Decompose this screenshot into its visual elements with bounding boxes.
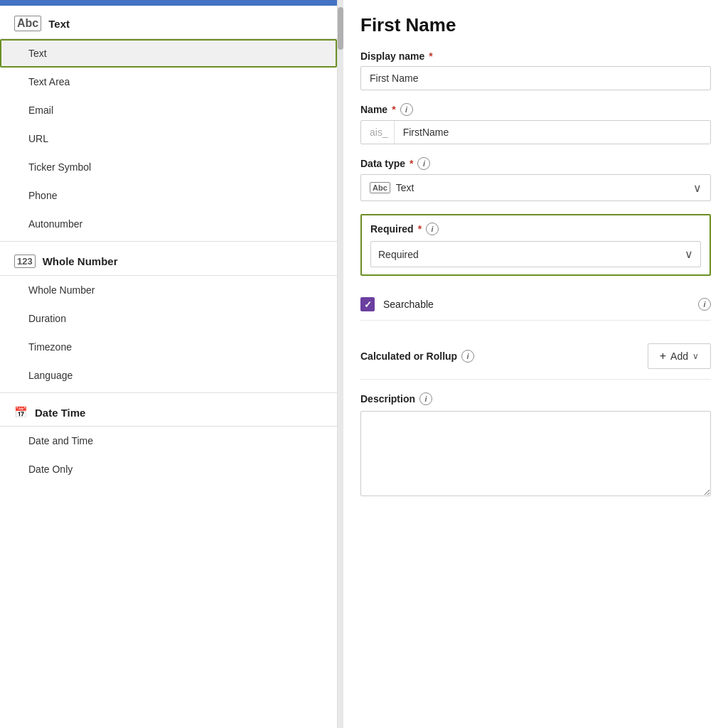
whole-number-section-icon: 123	[14, 255, 36, 268]
page-title: First Name	[360, 14, 711, 36]
left-panel: Abc Text Text Text Area Email URL Ticker…	[0, 0, 338, 728]
description-label: Description i	[360, 392, 711, 405]
divider-1	[0, 241, 337, 242]
list-item-date-and-time[interactable]: Date and Time	[0, 427, 337, 455]
data-type-label: Data type * i	[360, 157, 711, 170]
list-item-duration[interactable]: Duration	[0, 304, 337, 333]
section-whole-number: 123 Whole Number	[0, 245, 337, 276]
list-item-whole-number[interactable]: Whole Number	[0, 276, 337, 304]
right-panel: First Name Display name * Name * i ais_ …	[343, 0, 728, 728]
data-type-chevron-icon: ∨	[693, 181, 702, 195]
searchable-info-icon[interactable]: i	[698, 298, 711, 311]
date-time-section-icon: 📅	[14, 406, 28, 419]
required-value: Required	[378, 249, 419, 260]
name-required-star: *	[392, 104, 395, 115]
list-item-email[interactable]: Email	[0, 96, 337, 124]
plus-icon: +	[660, 350, 666, 363]
add-chevron-icon: ∨	[692, 351, 699, 361]
scroll-indicator[interactable]	[338, 0, 343, 728]
required-required-star: *	[418, 223, 422, 235]
data-type-value-wrapper: Abc Text	[370, 182, 414, 193]
searchable-row: ✓ Searchable i	[360, 289, 711, 321]
display-name-input[interactable]	[360, 66, 711, 90]
description-info-icon[interactable]: i	[419, 392, 432, 405]
display-name-label: Display name *	[360, 50, 711, 62]
required-group: Required * i Required ∨	[360, 214, 711, 276]
list-item-timezone[interactable]: Timezone	[0, 333, 337, 361]
list-item-ticker-symbol[interactable]: Ticker Symbol	[0, 153, 337, 181]
name-group: Name * i ais_	[360, 103, 711, 144]
text-section-label: Text	[48, 18, 70, 30]
description-textarea[interactable]	[360, 411, 711, 496]
name-info-icon[interactable]: i	[400, 103, 413, 116]
calculated-info-icon[interactable]: i	[461, 350, 474, 363]
display-name-required-star: *	[429, 50, 432, 62]
list-item-text-area[interactable]: Text Area	[0, 68, 337, 96]
list-item-url[interactable]: URL	[0, 124, 337, 153]
whole-number-section-label: Whole Number	[43, 255, 118, 267]
name-input-wrapper: ais_	[360, 120, 711, 144]
data-type-info-icon[interactable]: i	[417, 157, 430, 170]
checkmark-icon: ✓	[364, 299, 372, 310]
calculated-row: Calculated or Rollup i + Add ∨	[360, 333, 711, 380]
data-type-abc-icon: Abc	[370, 182, 390, 193]
name-prefix: ais_	[361, 121, 395, 144]
data-type-group: Data type * i Abc Text ∨	[360, 157, 711, 201]
required-chevron-icon: ∨	[685, 247, 693, 261]
data-type-required-star: *	[410, 158, 413, 169]
list-item-language[interactable]: Language	[0, 361, 337, 390]
text-section-icon: Abc	[14, 16, 41, 31]
display-name-group: Display name *	[360, 50, 711, 90]
description-group: Description i	[360, 392, 711, 498]
add-button[interactable]: + Add ∨	[648, 343, 711, 369]
searchable-checkbox[interactable]: ✓	[360, 297, 375, 311]
top-bar	[0, 0, 337, 6]
section-text: Abc Text	[0, 6, 337, 39]
list-item-date-only[interactable]: Date Only	[0, 455, 337, 483]
required-select[interactable]: Required ∨	[370, 241, 701, 267]
required-info-icon[interactable]: i	[426, 223, 439, 235]
date-time-section-label: Date Time	[35, 407, 85, 419]
calculated-label: Calculated or Rollup i	[360, 350, 474, 363]
name-input[interactable]	[395, 121, 710, 144]
data-type-select[interactable]: Abc Text ∨	[360, 174, 711, 201]
data-type-value: Text	[396, 182, 414, 193]
add-button-label: Add	[670, 350, 688, 362]
required-label: Required * i	[370, 223, 701, 235]
list-item-phone[interactable]: Phone	[0, 181, 337, 210]
searchable-label: Searchable	[383, 299, 690, 310]
divider-2	[0, 392, 337, 393]
section-date-time: 📅 Date Time	[0, 396, 337, 427]
list-item-autonumber[interactable]: Autonumber	[0, 210, 337, 238]
list-item-text[interactable]: Text	[0, 39, 337, 68]
scroll-thumb[interactable]	[338, 7, 343, 50]
name-label: Name * i	[360, 103, 711, 116]
